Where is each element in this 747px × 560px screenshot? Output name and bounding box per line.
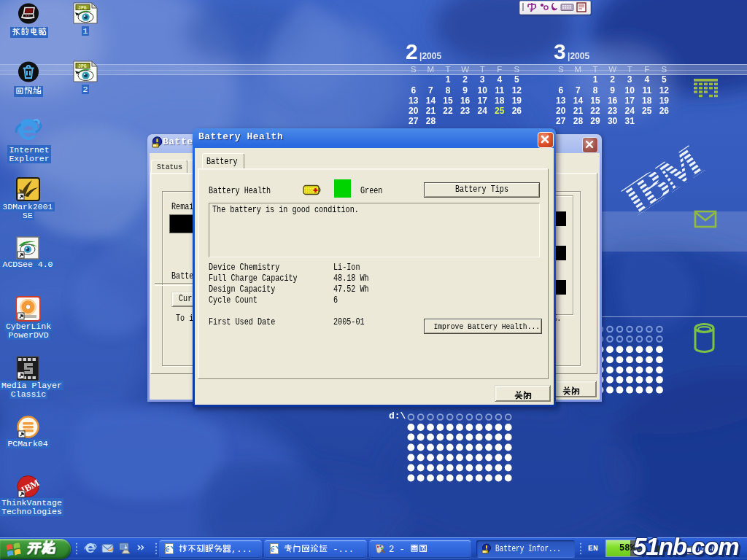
svg-text:JPG: JPG [78,64,87,69]
svg-text:JPG: JPG [78,6,87,11]
